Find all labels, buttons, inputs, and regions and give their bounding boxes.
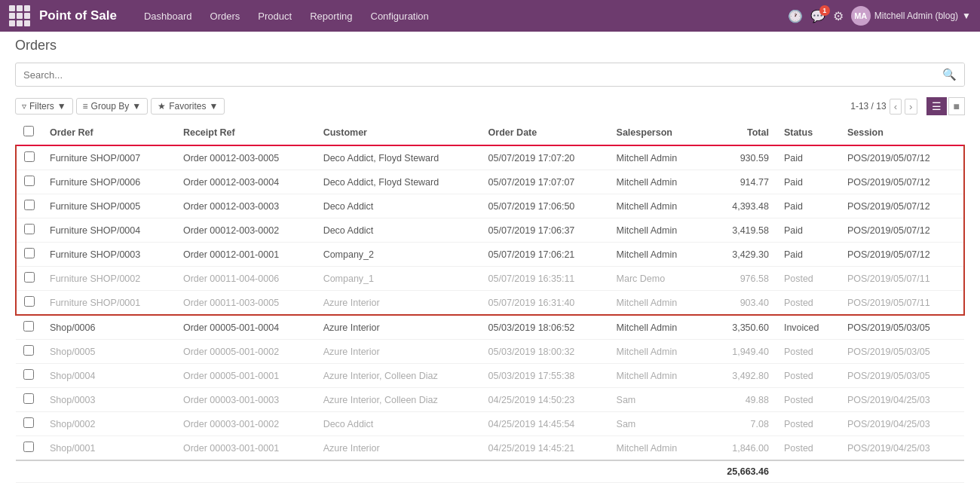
nav-reporting[interactable]: Reporting <box>302 7 360 26</box>
cell-order-ref: Furniture SHOP/0003 <box>42 243 176 267</box>
row-checkbox[interactable] <box>23 442 34 452</box>
clock-icon[interactable]: 🕐 <box>788 9 803 23</box>
orders-table: Order Ref Receipt Ref Customer Order Dat… <box>15 120 965 483</box>
row-checkbox[interactable] <box>24 151 35 162</box>
col-header-order-date[interactable]: Order Date <box>481 120 609 145</box>
cell-order-date: 05/07/2019 16:35:11 <box>481 267 609 291</box>
col-header-total[interactable]: Total <box>705 120 776 145</box>
grand-total: 25,663.46 <box>705 460 776 483</box>
main-content: Orders 🔍 ▿ Filters ▼ ≡ Group By ▼ ★ Favo… <box>0 32 980 495</box>
cell-salesperson: Marc Demo <box>609 267 705 291</box>
favorites-button[interactable]: ★ Favorites ▼ <box>151 98 225 115</box>
cell-salesperson: Mitchell Admin <box>609 170 705 194</box>
cell-status: Posted <box>776 412 840 436</box>
row-checkbox[interactable] <box>24 224 35 234</box>
table-row[interactable]: Furniture SHOP/0006 Order 00012-003-0004… <box>16 170 964 194</box>
table-row[interactable]: Shop/0006 Order 00005-001-0004 Azure Int… <box>16 315 964 340</box>
cell-total: 4,393.48 <box>705 194 776 218</box>
col-header-session[interactable]: Session <box>840 120 964 145</box>
cell-status: Posted <box>776 267 840 291</box>
cell-total: 3,350.60 <box>705 315 776 340</box>
table-row[interactable]: Shop/0001 Order 00003-001-0001 Azure Int… <box>16 436 964 461</box>
nav-configuration[interactable]: Configuration <box>363 7 436 26</box>
nav-dashboard[interactable]: Dashboard <box>136 7 200 26</box>
cell-salesperson: Sam <box>609 412 705 436</box>
table-row[interactable]: Furniture SHOP/0005 Order 00012-003-0003… <box>16 194 964 218</box>
cell-receipt-ref: Order 00003-001-0002 <box>176 412 316 436</box>
row-checkbox[interactable] <box>24 248 35 258</box>
cell-status: Posted <box>776 291 840 316</box>
table-row[interactable]: Shop/0004 Order 00005-001-0001 Azure Int… <box>16 364 964 388</box>
list-view-button[interactable]: ☰ <box>926 97 947 115</box>
table-row[interactable]: Furniture SHOP/0001 Order 00011-003-0005… <box>16 291 964 316</box>
search-button[interactable]: 🔍 <box>935 63 964 86</box>
search-input[interactable] <box>16 65 935 85</box>
app-grid-icon[interactable] <box>9 5 30 26</box>
search-area: 🔍 <box>15 63 965 93</box>
select-all-checkbox[interactable] <box>23 126 34 136</box>
cell-total: 914.77 <box>705 170 776 194</box>
groupby-label: Group By <box>91 101 130 112</box>
cell-order-date: 04/25/2019 14:50:23 <box>481 388 609 412</box>
filters-button[interactable]: ▿ Filters ▼ <box>15 98 73 115</box>
cell-order-ref: Furniture SHOP/0002 <box>42 267 176 291</box>
nav-product[interactable]: Product <box>250 7 299 26</box>
row-checkbox[interactable] <box>23 393 34 404</box>
col-header-customer[interactable]: Customer <box>316 120 481 145</box>
table-row[interactable]: Furniture SHOP/0002 Order 00011-004-0006… <box>16 267 964 291</box>
cell-salesperson: Mitchell Admin <box>609 364 705 388</box>
next-page-button[interactable]: › <box>905 99 917 115</box>
row-checkbox[interactable] <box>23 321 34 332</box>
cell-status: Posted <box>776 364 840 388</box>
cell-customer: Company_1 <box>316 267 481 291</box>
col-header-salesperson[interactable]: Salesperson <box>609 120 705 145</box>
table-row[interactable]: Shop/0002 Order 00003-001-0002 Deco Addi… <box>16 412 964 436</box>
settings-icon[interactable]: ⚙ <box>833 9 844 23</box>
col-header-order-ref[interactable]: Order Ref <box>42 120 176 145</box>
cell-salesperson: Mitchell Admin <box>609 291 705 316</box>
cell-customer: Company_2 <box>316 243 481 267</box>
table-row[interactable]: Furniture SHOP/0007 Order 00012-003-0005… <box>16 145 964 170</box>
row-checkbox[interactable] <box>23 417 34 428</box>
row-checkbox[interactable] <box>24 176 35 186</box>
row-checkbox[interactable] <box>23 345 34 356</box>
cell-status: Posted <box>776 340 840 364</box>
cell-receipt-ref: Order 00012-003-0005 <box>176 145 316 170</box>
cell-customer: Deco Addict <box>316 218 481 243</box>
cell-customer: Azure Interior, Colleen Diaz <box>316 388 481 412</box>
cell-session: POS/2019/04/25/03 <box>840 412 964 436</box>
pagination-row: 1-13 / 13 ‹ › ☰ ■ <box>850 97 965 115</box>
cell-salesperson: Mitchell Admin <box>609 243 705 267</box>
col-header-receipt-ref[interactable]: Receipt Ref <box>176 120 316 145</box>
row-checkbox[interactable] <box>23 369 34 380</box>
cell-order-date: 04/25/2019 14:45:21 <box>481 436 609 461</box>
cell-order-date: 04/25/2019 14:45:54 <box>481 412 609 436</box>
cell-total: 1,846.00 <box>705 436 776 461</box>
cell-status: Invoiced <box>776 315 840 340</box>
grid-view-button[interactable]: ■ <box>948 97 965 115</box>
cell-total: 1,949.40 <box>705 340 776 364</box>
col-header-status[interactable]: Status <box>776 120 840 145</box>
chat-icon[interactable]: 💬 1 <box>810 9 825 23</box>
filter-icon: ▿ <box>22 101 26 112</box>
cell-status: Paid <box>776 243 840 267</box>
row-checkbox[interactable] <box>24 272 35 283</box>
row-checkbox[interactable] <box>24 200 35 210</box>
cell-order-date: 05/07/2019 17:06:21 <box>481 243 609 267</box>
table-row[interactable]: Shop/0005 Order 00005-001-0002 Azure Int… <box>16 340 964 364</box>
groupby-button[interactable]: ≡ Group By ▼ <box>76 98 149 115</box>
cell-salesperson: Mitchell Admin <box>609 315 705 340</box>
row-checkbox[interactable] <box>24 296 35 307</box>
table-row[interactable]: Furniture SHOP/0004 Order 00012-003-0002… <box>16 218 964 243</box>
cell-order-ref: Shop/0002 <box>42 412 176 436</box>
user-menu[interactable]: MA Mitchell Admin (blog) ▼ <box>851 6 971 26</box>
nav-orders[interactable]: Orders <box>203 7 248 26</box>
cell-session: POS/2019/05/03/05 <box>840 340 964 364</box>
cell-customer: Azure Interior <box>316 436 481 461</box>
favorites-star-icon: ★ <box>158 101 166 112</box>
prev-page-button[interactable]: ‹ <box>890 99 902 115</box>
table-row[interactable]: Furniture SHOP/0003 Order 00012-001-0001… <box>16 243 964 267</box>
cell-session: POS/2019/05/07/12 <box>840 145 964 170</box>
cell-salesperson: Mitchell Admin <box>609 145 705 170</box>
table-row[interactable]: Shop/0003 Order 00003-001-0003 Azure Int… <box>16 388 964 412</box>
